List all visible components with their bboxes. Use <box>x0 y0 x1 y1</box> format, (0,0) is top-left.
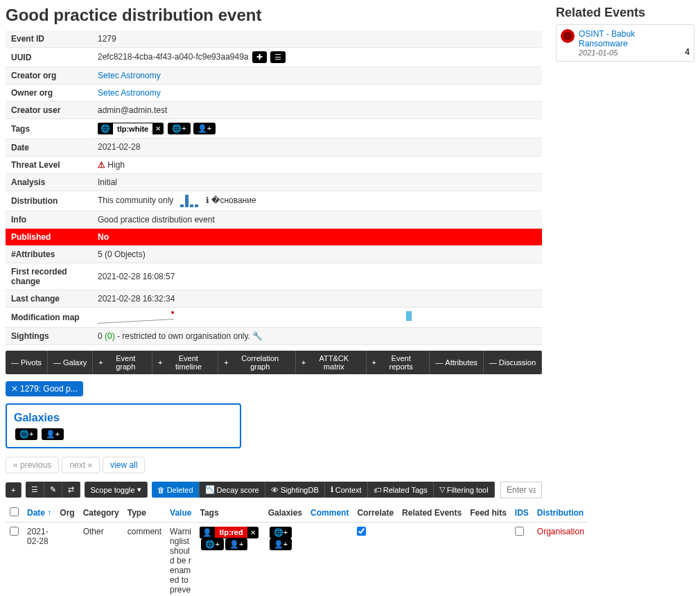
ids-checkbox[interactable] <box>515 527 524 536</box>
label: Creator user <box>6 102 92 119</box>
label: Creator org <box>6 67 92 85</box>
section-toolbar: — Pivots — Galaxy + Event graph + Event … <box>6 351 542 374</box>
uuid-text: 2efc8218-4cba-4f43-a040-fc9e93aa949a <box>98 52 249 62</box>
decay-score-button[interactable]: 📉 Decay score <box>200 482 265 498</box>
tag-tlp-white[interactable]: 🌐tlp:white✕ <box>98 123 164 134</box>
related-events-title: Related Events <box>556 6 694 20</box>
context-button[interactable]: ℹ Context <box>325 482 368 498</box>
value: 2021-02-28 <box>92 139 542 156</box>
galaxies-panel: Galaxies 🌐+ 👤+ <box>6 403 241 448</box>
label: UUID <box>6 48 92 67</box>
cell-date: 2021-02-28 <box>23 522 55 596</box>
share-icon[interactable]: �снованиe <box>211 195 256 205</box>
pager-view-all[interactable]: view all <box>103 457 145 473</box>
value: 2021-02-28 16:32:34 <box>92 290 542 307</box>
add-local-galaxy-button[interactable]: 👤+ <box>270 538 292 550</box>
attck-toggle[interactable]: + ATT&CK matrix <box>296 351 367 374</box>
user-icon: 👤 <box>200 527 215 538</box>
related-event-name[interactable]: OSINT - Babuk Ransomware <box>579 29 681 49</box>
correlation-graph-toggle[interactable]: + Correlation graph <box>218 351 295 374</box>
col-ids[interactable]: IDS <box>515 508 529 518</box>
attribute-table: Date ↑ Org Category Type Value Tags Gala… <box>6 504 588 597</box>
add-global-galaxy-button[interactable]: 🌐+ <box>15 428 37 440</box>
scope-toggle-button[interactable]: Scope toggle <box>85 482 147 498</box>
label: #Attributes <box>6 245 92 263</box>
pivots-toggle[interactable]: — Pivots <box>6 351 48 374</box>
globe-icon: 🌐 <box>98 123 113 134</box>
label: Date <box>6 139 92 156</box>
value: 2efc8218-4cba-4f43-a040-fc9e93aa949a ✚ ☰ <box>92 48 542 67</box>
tag-text: tlp:white <box>113 123 152 134</box>
col-comment[interactable]: Comment <box>310 508 349 518</box>
col-value[interactable]: Value <box>170 508 191 518</box>
remove-tag-icon[interactable]: ✕ <box>247 527 259 538</box>
close-icon[interactable]: ✕ <box>11 384 18 394</box>
value: 5 (0 Objects) <box>92 245 542 263</box>
filtering-tool-button[interactable]: ▽ Filtering tool <box>434 482 495 498</box>
galaxies-title: Galaxies <box>14 412 233 424</box>
tag-tlp-red[interactable]: 👤tlp:red✕ <box>200 527 258 538</box>
event-reports-toggle[interactable]: + Event reports <box>367 351 430 374</box>
col-type: Type <box>123 504 166 523</box>
remove-tag-icon[interactable]: ✕ <box>152 123 164 134</box>
filter-input[interactable] <box>500 482 542 498</box>
add-local-galaxy-button[interactable]: 👤+ <box>42 428 64 440</box>
related-event-item[interactable]: OSINT - Babuk Ransomware 2021-01-05 4 <box>556 24 694 62</box>
value: 1279 <box>92 30 542 48</box>
pager: « previous next » view all <box>6 457 542 473</box>
cell-type: comment <box>123 522 166 596</box>
pivot-chip-label: 1279: Good p... <box>20 384 78 394</box>
discussion-toggle[interactable]: — Discussion <box>484 351 542 374</box>
list-view-button[interactable]: ☰ <box>26 482 44 498</box>
col-category: Category <box>79 504 123 523</box>
row-checkbox[interactable] <box>10 527 19 536</box>
owner-org-link[interactable]: Setec Astronomy <box>98 88 161 98</box>
related-tags-button[interactable]: 🏷 Related Tags <box>368 482 434 498</box>
value-text: Warninglist should be renamed to prevent… <box>170 527 191 597</box>
add-global-tag-button[interactable]: 🌐+ <box>201 538 223 550</box>
modification-sparkline <box>98 311 174 324</box>
col-feed: Feed hits <box>466 504 511 523</box>
info-icon[interactable]: ℹ <box>206 195 209 205</box>
value: 0 (0) - restricted to own organisation o… <box>92 327 542 344</box>
list-icon[interactable]: ☰ <box>270 51 286 63</box>
tag-text: tlp:red <box>215 527 247 538</box>
label: Info <box>6 211 92 228</box>
sort-asc-icon: ↑ <box>47 508 51 518</box>
sightingdb-button[interactable]: 👁 SightingDB <box>265 482 325 498</box>
add-global-tag-button[interactable]: 🌐+ <box>168 123 190 134</box>
col-date[interactable]: Date ↑ <box>27 508 51 518</box>
col-galaxies: Galaxies <box>264 504 306 523</box>
pager-prev: « previous <box>6 457 59 473</box>
add-local-tag-button[interactable]: 👤+ <box>225 538 247 550</box>
wrench-icon[interactable]: 🔧 <box>252 331 263 341</box>
label: Owner org <box>6 85 92 102</box>
mass-edit-button[interactable]: ✎ <box>44 482 62 498</box>
correlate-checkbox[interactable] <box>357 527 366 536</box>
threat-text: High <box>107 160 125 170</box>
toggle-icon[interactable]: ✚ <box>252 51 267 63</box>
add-local-tag-button[interactable]: 👤+ <box>193 123 216 134</box>
pager-next: next » <box>62 457 100 473</box>
creator-org-link[interactable]: Setec Astronomy <box>98 71 161 80</box>
value: Good practice distribution event <box>92 211 542 228</box>
pivot-chip[interactable]: ✕1279: Good p... <box>6 381 83 396</box>
label: Analysis <box>6 173 92 191</box>
deleted-filter-button[interactable]: 🗑 Deleted <box>152 482 200 498</box>
related-event-count: 4 <box>685 47 690 57</box>
select-all-checkbox[interactable] <box>10 507 19 516</box>
table-row: 2021-02-28 Other comment Warninglist sho… <box>6 522 588 596</box>
value: This community only ℹ �снованиe <box>92 191 542 211</box>
shuffle-button[interactable]: ⇄ <box>62 482 80 498</box>
cell-category: Other <box>79 522 123 596</box>
modification-bar <box>406 311 412 321</box>
galaxy-toggle[interactable]: — Galaxy <box>48 351 93 374</box>
event-graph-toggle[interactable]: + Event graph <box>93 351 152 374</box>
add-attribute-button[interactable]: + <box>6 482 21 498</box>
event-timeline-toggle[interactable]: + Event timeline <box>152 351 218 374</box>
value: Initial <box>92 173 542 191</box>
distribution-text: This community only <box>98 195 173 205</box>
attributes-toggle[interactable]: — Attributes <box>430 351 483 374</box>
add-global-galaxy-button[interactable]: 🌐+ <box>270 527 292 538</box>
sightings-count: 0 <box>98 331 103 341</box>
